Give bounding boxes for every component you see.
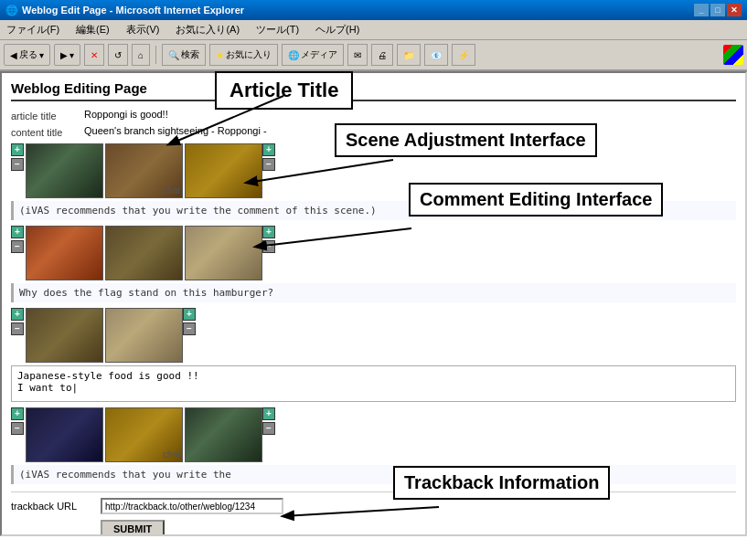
scene-1-images: chat <box>26 143 262 198</box>
scene-1-comment[interactable]: (iVAS recommends that you write the comm… <box>11 201 736 220</box>
forward-button[interactable]: ▶ ▾ <box>54 44 80 66</box>
back-label: 戻る <box>19 48 37 61</box>
scene-4-add-right[interactable]: + <box>262 407 275 420</box>
scene-1-add-left[interactable]: + <box>11 143 24 156</box>
scene-3-remove-left[interactable]: − <box>11 322 24 335</box>
scene-2-add-left[interactable]: + <box>11 226 24 238</box>
menu-tools[interactable]: ツール(T) <box>253 22 302 37</box>
search-label: 検索 <box>181 48 199 61</box>
scene-4-add-left[interactable]: + <box>11 407 24 420</box>
scene-1-left-controls: + − <box>11 143 24 198</box>
scene-3-text[interactable]: Japanese-style food is good !!I want to| <box>11 365 736 402</box>
article-title-label: article title <box>11 109 84 122</box>
toolbar-separator <box>155 46 156 64</box>
scene-3-remove-right[interactable]: − <box>183 322 196 335</box>
forward-dropdown-icon: ▾ <box>69 50 74 60</box>
scene-3-img-2 <box>105 308 183 363</box>
refresh-button[interactable]: ↺ <box>108 44 128 66</box>
mail2-button[interactable]: 📧 <box>424 44 448 66</box>
scene-1-img-2: chat <box>105 143 183 198</box>
submit-button[interactable]: SUBMIT <box>101 520 165 536</box>
toolbar: ◀ 戻る ▾ ▶ ▾ ✕ ↺ ⌂ 🔍 検索 ★ お気に入り 🌐 メディア <box>0 40 747 71</box>
scene-1-remove-right[interactable]: − <box>262 158 275 171</box>
trackback-row: trackback URL <box>11 498 736 514</box>
star-icon: ★ <box>216 50 224 60</box>
window-icon: 🌐 <box>5 5 18 16</box>
refresh-icon: ↺ <box>114 50 122 60</box>
scene-3-right-controls: + − <box>183 308 196 363</box>
scene-4-comment[interactable]: (iVAS recommends that you write the <box>11 465 736 484</box>
menu-file[interactable]: ファイル(F) <box>4 22 62 37</box>
maximize-button[interactable]: □ <box>710 4 725 16</box>
submit-row: SUBMIT <box>11 520 736 536</box>
scene-3-left-controls: + − <box>11 308 24 363</box>
back-dropdown-icon: ▾ <box>39 50 44 60</box>
folder-button[interactable]: 📁 <box>397 44 421 66</box>
stop-icon: ✕ <box>91 50 98 60</box>
page-content[interactable]: Weblog Editing Page article title Roppon… <box>0 71 747 536</box>
scene-1-img-1 <box>26 143 103 198</box>
menu-favorites[interactable]: お気に入り(A) <box>173 22 242 37</box>
search-icon: 🔍 <box>168 50 179 60</box>
article-title-row: article title Roppongi is good!! <box>11 109 736 122</box>
media-button[interactable]: 🌐 メディア <box>282 44 344 66</box>
chat-label-4: chat <box>163 449 180 460</box>
folder-icon: 📁 <box>403 50 414 60</box>
home-icon: ⌂ <box>138 50 144 60</box>
content-title-row: content title Queen's branch sightseeing… <box>11 125 736 138</box>
menu-view[interactable]: 表示(V) <box>123 22 163 37</box>
print-button[interactable]: 🖨 <box>371 44 393 66</box>
trackback-url-input[interactable] <box>101 498 283 514</box>
scene-1-right-controls: + − <box>262 143 275 198</box>
scene-1-image-row: + − chat + − <box>11 143 736 198</box>
scene-3-add-right[interactable]: + <box>183 308 196 321</box>
scene-2-add-right[interactable]: + <box>262 226 275 238</box>
forward-icon: ▶ <box>60 50 68 60</box>
bluetooth-button[interactable]: ⚡ <box>452 44 475 66</box>
scene-2-left-controls: + − <box>11 226 24 280</box>
stop-button[interactable]: ✕ <box>84 44 104 66</box>
scene-1-add-right[interactable]: + <box>262 143 275 156</box>
scene-1-remove-left[interactable]: − <box>11 158 24 171</box>
print-icon: 🖨 <box>378 50 387 60</box>
minimize-button[interactable]: _ <box>694 4 709 16</box>
scene-2-remove-right[interactable]: − <box>262 240 275 253</box>
scene-4-img-1 <box>26 407 103 462</box>
scene-3-add-left[interactable]: + <box>11 308 24 321</box>
page-title: Weblog Editing Page <box>11 80 736 101</box>
scene-block-4: + − chat + − (iVAS recommends that you w… <box>11 407 736 484</box>
scene-4-image-row: + − chat + − <box>11 407 736 462</box>
scene-2-images <box>26 226 262 280</box>
scene-2-image-row: + − + − <box>11 226 736 280</box>
scene-2-remove-left[interactable]: − <box>11 240 24 253</box>
media-icon: 🌐 <box>288 50 299 60</box>
mail-button[interactable]: ✉ <box>347 44 368 66</box>
favorites-label: お気に入り <box>226 48 272 61</box>
menu-help[interactable]: ヘルプ(H) <box>313 22 362 37</box>
menu-bar: ファイル(F) 編集(E) 表示(V) お気に入り(A) ツール(T) ヘルプ(… <box>0 20 747 40</box>
close-button[interactable]: ✕ <box>727 4 742 16</box>
title-bar: 🌐 Weblog Edit Page - Microsoft Internet … <box>0 0 747 20</box>
scene-2-comment[interactable]: Why does the flag stand on this hamburge… <box>11 283 736 302</box>
scene-4-remove-right[interactable]: − <box>262 422 275 435</box>
scene-2-img-2 <box>105 226 183 280</box>
favorites-button[interactable]: ★ お気に入り <box>209 44 278 66</box>
scene-3-img-1 <box>26 308 103 363</box>
mail2-icon: 📧 <box>431 50 442 60</box>
scene-block-2: + − + − Why does the flag stand on this … <box>11 226 736 302</box>
scene-1-img-3 <box>185 143 262 198</box>
search-button[interactable]: 🔍 検索 <box>162 44 206 66</box>
bluetooth-icon: ⚡ <box>458 50 469 60</box>
menu-edit[interactable]: 編集(E) <box>73 22 112 37</box>
back-button[interactable]: ◀ 戻る ▾ <box>4 44 50 66</box>
article-title-value: Roppongi is good!! <box>84 109 168 120</box>
scene-4-img-3 <box>185 407 262 462</box>
scene-4-remove-left[interactable]: − <box>11 422 24 435</box>
media-label: メディア <box>301 48 337 61</box>
home-button[interactable]: ⌂ <box>132 44 150 66</box>
scene-3-image-row: + − + − <box>11 308 736 363</box>
scene-block-3: + − + − Japanese-style food is good !!I … <box>11 308 736 402</box>
back-icon: ◀ <box>10 50 17 60</box>
scene-4-left-controls: + − <box>11 407 24 462</box>
scene-2-img-1 <box>26 226 103 280</box>
